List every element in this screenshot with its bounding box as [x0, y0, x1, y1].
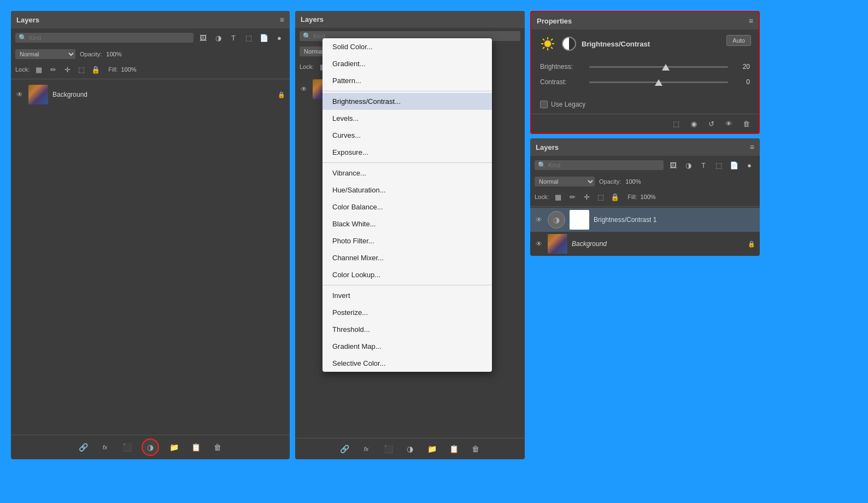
- right-circle-icon[interactable]: ●: [743, 159, 755, 171]
- contrast-thumb[interactable]: [655, 79, 662, 86]
- right-select-icon[interactable]: ⬚: [713, 159, 725, 171]
- menu-item-pattern[interactable]: Pattern...: [322, 72, 492, 89]
- right-text-icon[interactable]: T: [697, 159, 709, 171]
- mid-mask-icon[interactable]: ⬛: [381, 442, 395, 456]
- mid-folder-icon[interactable]: 📁: [425, 442, 439, 456]
- right-half-icon[interactable]: ◑: [682, 159, 694, 171]
- layer-visibility-eye[interactable]: 👁: [15, 90, 24, 99]
- menu-item-brightness-contrast[interactable]: Brightness/Contrast...: [322, 93, 492, 110]
- menu-item-color-balance[interactable]: Color Balance...: [322, 198, 492, 215]
- mid-link-icon[interactable]: 🔗: [337, 442, 351, 456]
- use-legacy-row: Use Legacy: [531, 97, 759, 114]
- menu-item-curves[interactable]: Curves...: [322, 127, 492, 144]
- new-adjustment-layer-button[interactable]: ◑: [142, 438, 159, 456]
- bg-lock-icon: 🔒: [748, 241, 755, 248]
- menu-item-solid-color[interactable]: Solid Color...: [322, 38, 492, 55]
- mid-trash-icon[interactable]: 🗑: [468, 442, 483, 456]
- mid-new-icon[interactable]: 📋: [447, 442, 461, 456]
- brightness-track: [589, 66, 728, 68]
- left-search-input[interactable]: [29, 34, 73, 41]
- auto-button[interactable]: Auto: [726, 35, 751, 46]
- prop-clip-icon[interactable]: ⬚: [670, 118, 682, 130]
- brightness-thumb[interactable]: [662, 64, 670, 71]
- adj-layer-eye[interactable]: 👁: [535, 215, 543, 224]
- new-group-icon[interactable]: 📁: [167, 440, 181, 454]
- mask-icon[interactable]: ⬛: [120, 440, 134, 454]
- left-layers-panel: Layers ≡ 🔍 🖼 ◑ T ⬚ 📄 ● Normal Opacity: 1…: [11, 11, 290, 459]
- prop-visibility-icon[interactable]: 👁: [723, 118, 735, 130]
- brightness-slider[interactable]: [589, 61, 728, 72]
- svg-line-5: [543, 39, 544, 40]
- right-lock-all[interactable]: 🔒: [609, 191, 621, 203]
- lock-transparency-icon[interactable]: ▦: [33, 63, 45, 75]
- right-lock-move[interactable]: ✛: [580, 191, 593, 203]
- prop-icon-row: Brightness/Contrast Auto: [531, 30, 759, 56]
- menu-item-gradient[interactable]: Gradient...: [322, 55, 492, 72]
- right-layers-toolbar: 🔍 🖼 ◑ T ⬚ 📄 ●: [530, 156, 760, 174]
- right-lock-trans[interactable]: ▦: [552, 191, 564, 203]
- document-icon[interactable]: 📄: [258, 32, 270, 44]
- search-icon: 🔍: [19, 34, 27, 42]
- delete-layer-icon[interactable]: 🗑: [210, 440, 225, 454]
- menu-item-channel-mixer[interactable]: Channel Mixer...: [322, 249, 492, 266]
- left-panel-title: Layers: [16, 16, 39, 24]
- prop-eye-icon[interactable]: ◉: [688, 118, 700, 130]
- menu-item-photo-filter[interactable]: Photo Filter...: [322, 232, 492, 249]
- adj-layer-name: Brightness/Contrast 1: [594, 216, 755, 224]
- menu-item-selective-color[interactable]: Selective Color...: [322, 355, 492, 372]
- svg-line-6: [551, 47, 553, 49]
- middle-layer-eye[interactable]: 👁: [300, 85, 308, 93]
- link-layers-icon[interactable]: 🔗: [76, 440, 90, 454]
- right-lock-art[interactable]: ⬚: [595, 191, 607, 203]
- bg-layer-eye[interactable]: 👁: [535, 239, 543, 248]
- menu-item-levels[interactable]: Levels...: [322, 110, 492, 127]
- menu-item-color-lookup[interactable]: Color Lookup...: [322, 266, 492, 283]
- menu-item-gradient-map[interactable]: Gradient Map...: [322, 338, 492, 355]
- mid-fx-icon[interactable]: fx: [359, 442, 373, 456]
- bg-layer-name: Background: [572, 240, 743, 248]
- lock-all-icon[interactable]: 🔒: [90, 63, 102, 75]
- right-search-box[interactable]: 🔍: [535, 160, 664, 170]
- menu-item-vibrance[interactable]: Vibrance...: [322, 165, 492, 182]
- mid-adj-icon[interactable]: ◑: [403, 442, 417, 456]
- left-panel-menu-icon[interactable]: ≡: [280, 15, 284, 24]
- brightness-label: Brightness:: [540, 63, 584, 71]
- menu-item-black-white[interactable]: Black White...: [322, 215, 492, 232]
- left-opacity-value: 100%: [106, 51, 121, 57]
- menu-item-posterize[interactable]: Posterize...: [322, 304, 492, 321]
- menu-item-threshold[interactable]: Threshold...: [322, 321, 492, 338]
- circle-icon[interactable]: ●: [273, 32, 285, 44]
- circle-half-icon[interactable]: ◑: [212, 32, 224, 44]
- lock-move-icon[interactable]: ✛: [61, 63, 73, 75]
- use-legacy-checkbox[interactable]: [540, 101, 548, 108]
- table-row[interactable]: 👁 ◑ Brightness/Contrast 1: [530, 208, 760, 232]
- contrast-slider[interactable]: [589, 77, 728, 87]
- right-layers-menu[interactable]: ≡: [750, 143, 754, 151]
- right-doc-icon[interactable]: 📄: [728, 159, 740, 171]
- text-icon[interactable]: T: [227, 32, 239, 44]
- fx-icon[interactable]: fx: [98, 440, 112, 454]
- menu-item-hue-saturation[interactable]: Hue/Saturation...: [322, 182, 492, 198]
- select-icon[interactable]: ⬚: [243, 32, 255, 44]
- menu-item-invert[interactable]: Invert: [322, 287, 492, 304]
- lock-paint-icon[interactable]: ✏: [47, 63, 59, 75]
- left-blend-select[interactable]: Normal: [15, 49, 75, 59]
- right-lock-paint[interactable]: ✏: [566, 191, 578, 203]
- lock-artboard-icon[interactable]: ⬚: [75, 63, 87, 75]
- right-blend-select[interactable]: Normal: [535, 177, 595, 186]
- right-layers-header: Layers ≡: [530, 138, 760, 156]
- use-legacy-label: Use Legacy: [551, 101, 585, 108]
- sun-icon: [539, 35, 556, 52]
- left-search-box[interactable]: 🔍: [15, 33, 193, 43]
- table-row[interactable]: 👁 Background 🔒: [530, 232, 760, 256]
- image-icon[interactable]: 🖼: [197, 32, 209, 44]
- right-search-input[interactable]: [548, 162, 592, 168]
- prop-reset-icon[interactable]: ↺: [705, 118, 717, 130]
- right-image-icon[interactable]: 🖼: [667, 159, 679, 171]
- prop-trash-icon[interactable]: 🗑: [740, 118, 752, 130]
- half-circle-icon: [562, 37, 576, 51]
- new-layer-icon[interactable]: 📋: [189, 440, 203, 454]
- properties-menu-icon[interactable]: ≡: [749, 16, 753, 25]
- table-row[interactable]: 👁 Background 🔒: [11, 83, 290, 107]
- menu-item-exposure[interactable]: Exposure...: [322, 144, 492, 161]
